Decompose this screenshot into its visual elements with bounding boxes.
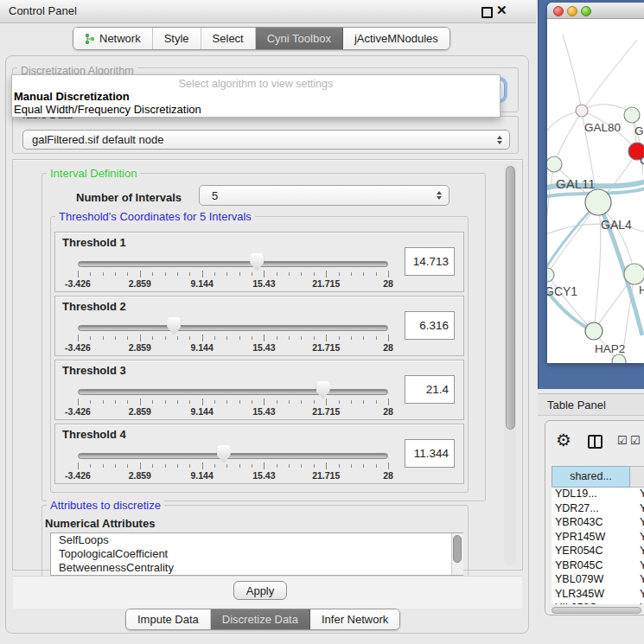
algorithm-option-equal-width-frequency-discretization[interactable]: Equal Width/Frequency Discretization bbox=[12, 103, 500, 116]
tick-label: -3.426 bbox=[65, 470, 91, 481]
table-row[interactable]: YBR045CYBR0 bbox=[552, 559, 644, 574]
network-node[interactable] bbox=[612, 354, 626, 363]
tick-label: 2.859 bbox=[129, 342, 151, 353]
network-window-titlebar[interactable] bbox=[547, 3, 644, 19]
table-row[interactable]: YDR27...YDR2 bbox=[552, 502, 644, 517]
threshold-slider-track[interactable] bbox=[78, 325, 388, 331]
table-panel-titlebar: Table Panel bbox=[538, 393, 644, 416]
table-rows[interactable]: YDL19...YDL1YDR27...YDR2YBR043CYBR0YPR14… bbox=[552, 488, 644, 604]
node-label-c: C bbox=[640, 154, 644, 167]
checkbox-icon[interactable]: ☑ bbox=[630, 435, 641, 447]
network-node[interactable] bbox=[585, 189, 611, 215]
table-row[interactable]: YDL19...YDL1 bbox=[552, 488, 644, 502]
tick-label: 9.144 bbox=[190, 342, 213, 353]
tick-label: 9.144 bbox=[190, 278, 213, 289]
tick-label: 15.43 bbox=[252, 406, 275, 417]
tab-impute-data[interactable]: Impute Data bbox=[126, 609, 211, 629]
tab-infer-network[interactable]: Infer Network bbox=[310, 609, 399, 629]
threshold-slider-track[interactable] bbox=[78, 261, 388, 267]
close-icon[interactable]: ✕ bbox=[496, 3, 507, 18]
dropdown-placeholder: Select algorithm to view settings bbox=[12, 78, 500, 90]
panel-scrollbar-thumb[interactable] bbox=[506, 166, 515, 430]
table-row[interactable]: YER054CYER0 bbox=[552, 545, 644, 559]
cell-name: YER0 bbox=[630, 545, 644, 559]
network-node[interactable] bbox=[585, 322, 603, 340]
tab-style[interactable]: Style bbox=[153, 28, 201, 49]
float-window-icon[interactable] bbox=[481, 7, 493, 18]
attribute-item-topologicalcoefficient[interactable]: TopologicalCoefficient bbox=[51, 547, 462, 561]
threshold-value-field[interactable]: 21.4 bbox=[405, 375, 455, 404]
tick-label: 21.715 bbox=[312, 470, 340, 481]
tick-label: 21.715 bbox=[312, 278, 340, 289]
algorithm-option-manual-discretization[interactable]: Manual Discretization bbox=[12, 90, 500, 103]
panel-title: Control Panel bbox=[9, 4, 77, 17]
minimize-traffic-light-icon[interactable] bbox=[567, 6, 577, 16]
tab-network[interactable]: Network bbox=[73, 28, 153, 49]
table-row[interactable]: YBL079WYBL0 bbox=[552, 573, 644, 588]
table-hscrollbar-track[interactable] bbox=[551, 606, 644, 615]
threshold-value-field[interactable]: 11.344 bbox=[405, 439, 455, 468]
cell-name: YBL0 bbox=[630, 573, 644, 588]
attribute-item-selfloops[interactable]: SelfLoops bbox=[51, 533, 462, 547]
close-traffic-light-icon[interactable] bbox=[553, 6, 564, 16]
checkbox-icon[interactable]: ☑ bbox=[617, 435, 628, 447]
tab-discretize-data[interactable]: Discretize Data bbox=[211, 609, 310, 629]
number-of-intervals-value: 5 bbox=[212, 186, 218, 206]
attribute-item-betweennesscentrality[interactable]: BetweennessCentrality bbox=[51, 561, 462, 575]
network-canvas[interactable]: GAL80GCGAL11GAL4GCY1HHAP2 bbox=[547, 19, 644, 363]
node-label-h: H bbox=[639, 284, 644, 296]
threshold-value-field[interactable]: 6.316 bbox=[405, 311, 455, 340]
tick-label: 9.144 bbox=[190, 470, 213, 481]
network-node[interactable] bbox=[547, 156, 562, 172]
threshold-slider-thumb[interactable] bbox=[167, 317, 181, 335]
threshold-slider-thumb[interactable] bbox=[217, 445, 231, 463]
node-label-gal11: GAL11 bbox=[556, 176, 596, 191]
tick-label: 28 bbox=[383, 278, 393, 289]
tick-label: 15.43 bbox=[252, 470, 275, 481]
threshold-slider-thumb[interactable] bbox=[316, 381, 330, 399]
node-label-gal4: GAL4 bbox=[601, 218, 632, 232]
thresholds-group: Threshold 1-3.4262.8599.14415.4321.71528… bbox=[50, 216, 469, 493]
interval-definition-title: Interval Definition bbox=[47, 168, 140, 179]
column-header-name[interactable]: n bbox=[630, 466, 644, 488]
tick-label: 2.859 bbox=[129, 278, 151, 289]
threshold-panel-3: Threshold 3-3.4262.8599.14415.4321.71528… bbox=[54, 360, 464, 420]
table-hscrollbar-thumb[interactable] bbox=[552, 607, 641, 614]
threshold-slider-track[interactable] bbox=[78, 453, 388, 459]
cell-shared-name: YPR145W bbox=[552, 531, 630, 545]
node-label-gal80: GAL80 bbox=[584, 121, 621, 134]
table-data-combobox[interactable]: galFiltered.sif default node bbox=[22, 130, 510, 150]
table-row[interactable]: YPR145WYPR1 bbox=[552, 531, 644, 545]
tab-jactivemnodules[interactable]: jActiveMNodules bbox=[343, 28, 450, 49]
network-view-window: GAL80GCGAL11GAL4GCY1HHAP2 bbox=[547, 3, 644, 363]
slider-tick-labels: -3.4262.8599.14415.4321.71528 bbox=[78, 278, 388, 289]
numerical-attributes-label: Numerical Attributes bbox=[45, 517, 155, 530]
table-row[interactable]: YLR345WYLR3 bbox=[552, 588, 644, 603]
network-node[interactable] bbox=[576, 105, 588, 117]
tab-cyni-toolbox[interactable]: Cyni Toolbox bbox=[256, 28, 343, 49]
apply-button[interactable]: Apply bbox=[233, 581, 287, 600]
network-node[interactable] bbox=[624, 107, 640, 123]
table-row[interactable]: YBR043CYBR0 bbox=[552, 516, 644, 531]
threshold-slider-track[interactable] bbox=[78, 389, 388, 395]
network-node[interactable] bbox=[547, 268, 554, 282]
gear-icon[interactable]: ⚙ bbox=[556, 431, 571, 449]
attributes-scrollbar-thumb[interactable] bbox=[453, 535, 462, 563]
columns-icon[interactable] bbox=[588, 435, 603, 449]
column-header-shared-name[interactable]: shared... bbox=[552, 466, 630, 488]
node-label-hap2: HAP2 bbox=[595, 342, 625, 355]
table-header-row: shared... n bbox=[552, 466, 644, 488]
tab-select[interactable]: Select bbox=[201, 28, 256, 49]
tick-label: 21.715 bbox=[312, 342, 340, 353]
cell-name: YPR1 bbox=[630, 531, 644, 545]
threshold-value-field[interactable]: 14.713 bbox=[405, 247, 455, 276]
attributes-group-title: Attributes to discretize bbox=[47, 500, 164, 511]
zoom-traffic-light-icon[interactable] bbox=[581, 6, 591, 16]
network-node[interactable] bbox=[624, 264, 644, 284]
cell-shared-name: YBR045C bbox=[552, 559, 630, 574]
number-of-intervals-combobox[interactable]: 5 bbox=[199, 185, 450, 206]
combo-arrows-icon bbox=[497, 136, 502, 144]
threshold-slider-thumb[interactable] bbox=[250, 253, 264, 271]
table-row[interactable]: YIL052CYIL0 bbox=[552, 602, 644, 604]
numerical-attributes-list[interactable]: SelfLoopsTopologicalCoefficientBetweenne… bbox=[50, 532, 463, 576]
